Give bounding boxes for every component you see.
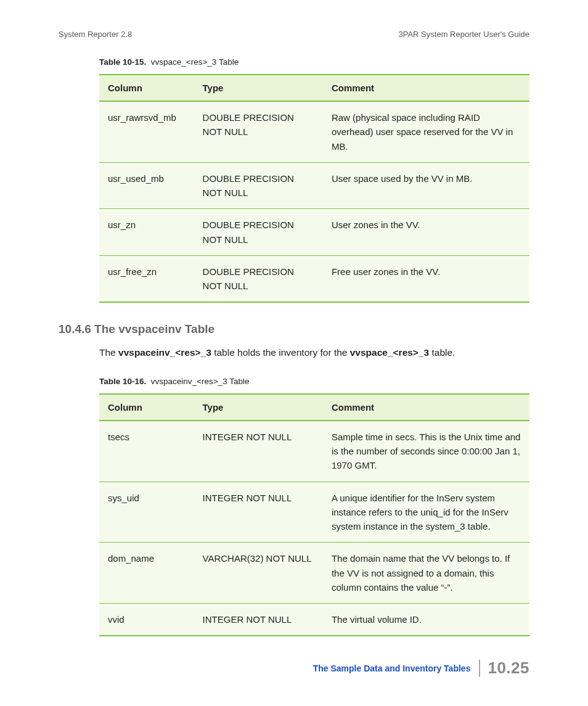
- th-column: Column: [99, 394, 194, 421]
- th-type: Type: [194, 75, 323, 101]
- cell-column: dom_name: [99, 543, 194, 604]
- table-2-caption: Table 10-16. vvspaceinv_<res>_3 Table: [99, 377, 529, 386]
- section-heading: 10.4.6 The vvspaceinv Table: [59, 322, 529, 336]
- intro-text: The: [99, 347, 118, 358]
- table-1-title: vvspace_<res>_3 Table: [151, 57, 239, 67]
- cell-column: usr_rawrsvd_mb: [99, 101, 194, 162]
- cell-comment: A unique identifier for the InServ syste…: [323, 482, 529, 543]
- cell-type: INTEGER NOT NULL: [194, 482, 323, 543]
- table-row: usr_used_mb DOUBLE PRECISION NOT NULL Us…: [99, 162, 529, 209]
- cell-comment: User zones in the VV.: [323, 209, 529, 256]
- header-left: System Reporter 2.8: [59, 30, 132, 39]
- cell-type: VARCHAR(32) NOT NULL: [194, 543, 323, 604]
- footer-link[interactable]: The Sample Data and Inventory Tables: [313, 663, 480, 673]
- cell-comment: The virtual volume ID.: [323, 604, 529, 636]
- table-row: tsecs INTEGER NOT NULL Sample time in se…: [99, 421, 529, 482]
- table-row: vvid INTEGER NOT NULL The virtual volume…: [99, 604, 529, 636]
- cell-comment: Raw (physical space including RAID overh…: [323, 101, 529, 162]
- table-2: Column Type Comment tsecs INTEGER NOT NU…: [99, 393, 529, 637]
- cell-column: vvid: [99, 604, 194, 636]
- table-2-header-row: Column Type Comment: [99, 394, 529, 421]
- th-comment: Comment: [323, 75, 529, 101]
- cell-type: DOUBLE PRECISION NOT NULL: [194, 162, 323, 209]
- table-row: dom_name VARCHAR(32) NOT NULL The domain…: [99, 543, 529, 604]
- th-column: Column: [99, 75, 194, 101]
- section-intro: The vvspaceinv_<res>_3 table holds the i…: [99, 346, 529, 359]
- table-1-caption: Table 10-15. vvspace_<res>_3 Table: [99, 57, 529, 67]
- cell-column: usr_used_mb: [99, 162, 194, 209]
- table-1-wrapper: Column Type Comment usr_rawrsvd_mb DOUBL…: [99, 74, 529, 303]
- page-footer: The Sample Data and Inventory Tables 10.…: [313, 659, 529, 678]
- cell-comment: Free user zones in the VV.: [323, 255, 529, 302]
- cell-comment: User space used by the VV in MB.: [323, 162, 529, 209]
- cell-type: INTEGER NOT NULL: [194, 604, 323, 636]
- cell-comment: Sample time in secs. This is the Unix ti…: [323, 421, 529, 482]
- cell-comment: The domain name that the VV belongs to. …: [323, 543, 529, 604]
- footer-divider: [479, 660, 480, 677]
- cell-column: sys_uid: [99, 482, 194, 543]
- intro-bold-1: vvspaceinv_<res>_3: [118, 347, 211, 358]
- table-row: sys_uid INTEGER NOT NULL A unique identi…: [99, 482, 529, 543]
- table-1: Column Type Comment usr_rawrsvd_mb DOUBL…: [99, 74, 529, 303]
- th-type: Type: [194, 394, 323, 421]
- cell-column: tsecs: [99, 421, 194, 482]
- table-2-title: vvspaceinv_<res>_3 Table: [151, 377, 250, 386]
- cell-column: usr_free_zn: [99, 255, 194, 302]
- page-number: 10.25: [488, 659, 529, 678]
- intro-text: table holds the inventory for the: [211, 347, 350, 358]
- running-header: System Reporter 2.8 3PAR System Reporter…: [59, 30, 529, 39]
- cell-type: DOUBLE PRECISION NOT NULL: [194, 255, 323, 302]
- table-1-header-row: Column Type Comment: [99, 75, 529, 101]
- cell-column: usr_zn: [99, 209, 194, 256]
- table-row: usr_zn DOUBLE PRECISION NOT NULL User zo…: [99, 209, 529, 256]
- th-comment: Comment: [323, 394, 529, 421]
- table-2-wrapper: Column Type Comment tsecs INTEGER NOT NU…: [99, 393, 529, 637]
- cell-type: DOUBLE PRECISION NOT NULL: [194, 101, 323, 162]
- header-right: 3PAR System Reporter User's Guide: [399, 30, 529, 39]
- table-1-label: Table 10-15.: [99, 57, 146, 67]
- cell-type: DOUBLE PRECISION NOT NULL: [194, 209, 323, 256]
- intro-bold-2: vvspace_<res>_3: [350, 347, 429, 358]
- table-2-label: Table 10-16.: [99, 377, 146, 386]
- cell-type: INTEGER NOT NULL: [194, 421, 323, 482]
- intro-text: table.: [429, 347, 455, 358]
- table-row: usr_free_zn DOUBLE PRECISION NOT NULL Fr…: [99, 255, 529, 302]
- table-row: usr_rawrsvd_mb DOUBLE PRECISION NOT NULL…: [99, 101, 529, 162]
